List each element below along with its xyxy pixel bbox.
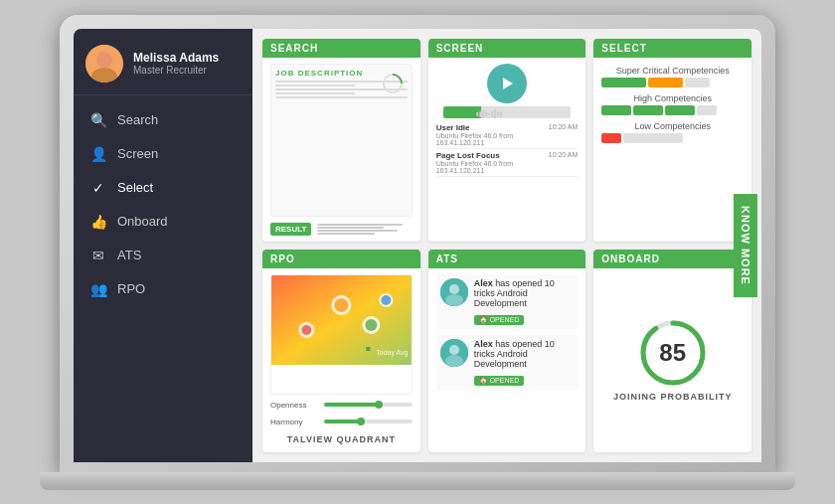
sidebar-label-onboard: Onboard (117, 214, 168, 229)
know-more-tab[interactable]: KNOW MORE (734, 194, 757, 297)
laptop-shell: Melissa Adams Master Recruiter 🔍 Search … (60, 15, 775, 472)
ats-item: Alex has opened 10 tricks Android Develo… (436, 335, 579, 391)
svg-rect-16 (485, 112, 487, 116)
svg-point-28 (365, 319, 377, 331)
onboard-icon: 👍 (89, 214, 107, 230)
notif-time: 10:20 AM (549, 151, 579, 158)
avatar (85, 45, 123, 83)
comp-bars (601, 78, 744, 87)
ats-card-header: ATS (428, 250, 586, 268)
openness-fill (324, 403, 377, 407)
sidebar-item-screen[interactable]: 👤 Screen (74, 137, 252, 171)
rpo-footer: TALVIEW QUADRANT (270, 432, 413, 446)
comp-bar (601, 105, 631, 115)
notif-sub: Ubuntu Firefox 46.0 from 163.41.120.211 (436, 132, 549, 146)
svg-rect-19 (494, 109, 496, 118)
rpo-card: RPO (262, 250, 420, 452)
result-badge: RESULT (270, 223, 311, 236)
search-card-body: JOB DESCRIPTION (262, 58, 420, 242)
onboard-card-body: 85 JOINING PROBABILITY (593, 268, 752, 452)
loading-circle (382, 73, 404, 94)
svg-rect-9 (464, 112, 466, 116)
user-info: Melissa Adams Master Recruiter (133, 51, 219, 76)
ats-name: Alex has opened 10 tricks Android Develo… (474, 339, 575, 369)
sidebar-item-ats[interactable]: ✉ ATS (74, 239, 252, 272)
user-profile: Melissa Adams Master Recruiter (74, 29, 252, 95)
ats-avatar (440, 278, 468, 306)
ats-name: Alex has opened 10 tricks Android Develo… (474, 278, 575, 308)
openness-track[interactable] (324, 403, 413, 407)
probability-circle: 85 (638, 318, 708, 388)
svg-point-24 (301, 325, 311, 335)
sidebar-label-select: Select (117, 180, 153, 195)
comp-bar (623, 133, 683, 143)
result-row: RESULT (270, 221, 413, 236)
svg-rect-5 (452, 110, 454, 118)
notification-item: Page Lost Focus Ubuntu Firefox 46.0 from… (436, 149, 579, 177)
harmony-track[interactable] (324, 420, 413, 423)
notifications-list: User Idle Ubuntu Firefox 46.0 from 163.4… (436, 121, 579, 177)
resume-line (317, 227, 384, 229)
svg-rect-13 (476, 112, 478, 116)
screen-card: SCREEN (428, 39, 586, 242)
rpo-icon: 👥 (89, 281, 107, 297)
nav-items: 🔍 Search 👤 Screen ✓ Select 👍 (74, 95, 252, 462)
notif-left: User Idle Ubuntu Firefox 46.0 from 163.4… (436, 123, 549, 146)
sidebar-item-onboard[interactable]: 👍 Onboard (74, 205, 252, 239)
select-card: SELECT Super Critical Competencies (593, 39, 752, 242)
ats-text: Alex has opened 10 tricks Android Develo… (474, 339, 575, 387)
laptop-base (40, 472, 795, 490)
svg-rect-11 (470, 113, 472, 115)
quadrant-area: Today Avg (270, 274, 413, 395)
sidebar-label-screen: Screen (117, 146, 158, 161)
sidebar-label-search: Search (117, 112, 158, 127)
svg-point-38 (445, 355, 463, 367)
job-description-area: JOB DESCRIPTION (270, 64, 413, 217)
svg-rect-14 (479, 111, 481, 117)
video-avatar (487, 64, 527, 103)
comp-label: High Competencies (601, 93, 744, 103)
sidebar-item-search[interactable]: 🔍 Search (74, 103, 252, 137)
notif-sub: Ubuntu Firefox 46.0 from 163.41.120.211 (436, 160, 549, 174)
svg-point-37 (449, 345, 459, 355)
svg-rect-12 (473, 111, 475, 117)
user-name: Melissa Adams (133, 51, 219, 65)
svg-text:Today Avg: Today Avg (376, 349, 408, 357)
low-competency: Low Competencies (601, 121, 744, 143)
comp-bar (665, 105, 695, 115)
comp-label: Super Critical Competencies (601, 66, 744, 76)
jd-line (275, 92, 355, 94)
comp-bars (601, 133, 744, 143)
ats-card: ATS (428, 250, 586, 452)
svg-point-26 (334, 298, 348, 312)
comp-bar (685, 78, 710, 87)
svg-rect-8 (461, 111, 463, 117)
ats-card-body: Alex has opened 10 tricks Android Develo… (428, 268, 586, 452)
resume-lines (317, 224, 412, 235)
comp-bars (601, 105, 744, 115)
audio-waves (443, 106, 571, 118)
harmony-slider-row: Harmony (270, 416, 413, 428)
comp-bar (601, 78, 646, 87)
sidebar: Melissa Adams Master Recruiter 🔍 Search … (74, 29, 252, 462)
svg-rect-15 (482, 110, 484, 118)
comp-bar (601, 133, 621, 143)
screen-card-body: User Idle Ubuntu Firefox 46.0 from 163.4… (428, 58, 586, 242)
svg-point-35 (445, 294, 463, 306)
svg-point-30 (381, 295, 391, 305)
svg-rect-21 (500, 111, 502, 117)
svg-point-1 (96, 52, 112, 68)
play-button-icon (503, 78, 513, 89)
select-card-header: SELECT (593, 39, 752, 58)
sidebar-item-select[interactable]: ✓ Select (74, 171, 252, 205)
comp-bar (697, 105, 717, 115)
openness-label: Openness (270, 401, 320, 410)
jd-line (275, 96, 408, 98)
svg-rect-18 (491, 111, 493, 117)
comp-label: Low Competencies (601, 121, 744, 131)
svg-rect-7 (458, 109, 460, 118)
super-critical-competency: Super Critical Competencies (601, 66, 744, 87)
sidebar-item-rpo[interactable]: 👥 RPO (74, 272, 252, 306)
svg-rect-6 (455, 111, 457, 117)
openness-thumb (375, 401, 383, 409)
